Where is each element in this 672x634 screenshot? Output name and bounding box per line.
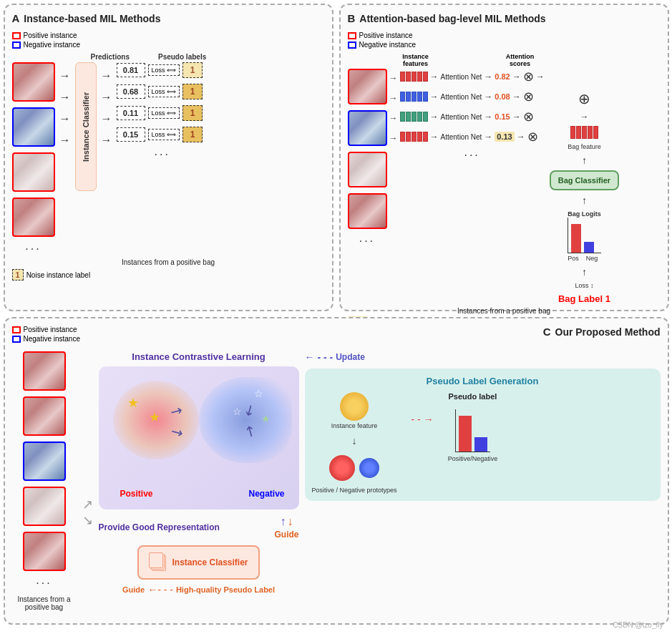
star-neg-2: ☆ [233, 406, 242, 417]
panel-c-legend: Positive instance Negative instance [12, 326, 81, 343]
noise-label: Noise instance label [26, 271, 91, 279]
attn-net-3: Attention Net [441, 113, 482, 121]
prototypes-label: Positive / Negative prototypes [312, 487, 397, 494]
guide-label: Guide [274, 530, 298, 540]
instance-feature-circle [340, 392, 369, 421]
p-bar-neg [474, 437, 487, 452]
up-arrow: ↑ [582, 155, 587, 166]
histo-img-4 [12, 197, 55, 237]
p-bar-pos [459, 416, 472, 452]
panel-a-legend: Positive instance Negative instance [12, 31, 325, 49]
pred-dots: ··· [122, 148, 203, 161]
b-histo-3 [348, 152, 387, 187]
attn-arrow-4: → [484, 132, 492, 142]
mult-2: ⊗ [523, 89, 534, 104]
bottom-instances-col: ··· Instances from a positive bag [12, 351, 77, 630]
bar-label-neg: Neg [586, 255, 598, 262]
attn-score-1: 0.82 [495, 72, 510, 81]
bag-classifier-box: Bag Classifier [550, 170, 619, 190]
negative-blob [199, 377, 292, 463]
pseudo-gen-title: Pseudo Label Generation [312, 376, 653, 386]
b-feat-dots: ··· [400, 149, 545, 162]
c-histo-5 [23, 532, 66, 571]
feat-rr3 [412, 132, 417, 142]
bag-feature-label: Bag feature [568, 143, 601, 150]
attn-score-4: 0.13 [495, 132, 514, 142]
feat-b3 [412, 92, 417, 102]
feat-stack-1 [400, 72, 428, 82]
noise-legend-a: 1 Noise instance label [12, 269, 325, 281]
panel-b-legend: Positive instance Negative instance [348, 31, 661, 49]
good-rep-label: Provide Good Representation [99, 522, 220, 532]
b-legend-negative-box [348, 42, 356, 49]
b-arrow-2: → [389, 93, 398, 103]
c-legend-pos: Positive instance [24, 326, 77, 333]
col-pseudo: Pseudo labels [158, 53, 206, 61]
star-neg-1: ☆ [254, 388, 263, 399]
legend-positive-label: Positive instance [24, 31, 77, 39]
contrastive-panel: ★ ★ ☆ ☆ ★ ↗ ↘ ↗ ↘ Positive Negative [99, 366, 299, 509]
bag-logits-label: Bag Logits [568, 210, 601, 218]
blob-neg-label: Negative [248, 489, 284, 499]
pred-4: 0.15 [117, 127, 145, 142]
bag-feature [570, 126, 598, 139]
b-arrow-3: → [389, 113, 398, 123]
feat-rr2 [406, 132, 411, 142]
up-arrow-2: ↑ [582, 195, 587, 206]
feat-r2 [406, 72, 411, 82]
attn-net-1: Attention Net [441, 73, 482, 81]
attn-score-2: 0.08 [495, 92, 510, 101]
col-attention-scores: Attentionscores [502, 53, 538, 67]
if-down-arrow: ↓ [352, 435, 357, 447]
panel-a: A Instance-based MIL Methods Positive in… [4, 4, 333, 311]
instance-classifier-bottom: Instance Classifier [137, 545, 259, 580]
b-histo-4 [348, 193, 387, 229]
pseudo-label-title: Pseudo label [449, 392, 497, 401]
col-instance-features: Instancefeatures [398, 53, 434, 67]
attn-arrow-1: → [484, 72, 492, 82]
arrow-to-mult-1: → [512, 72, 521, 82]
star-pos-2: ★ [149, 409, 160, 425]
c-histo-2 [23, 396, 66, 436]
star-pos-1: ★ [127, 395, 139, 411]
up-arr-blue: ↑ [280, 515, 286, 528]
bag-label-1: Bag Label 1 [558, 293, 610, 304]
panel-c: Positive instance Negative instance C Ou… [4, 317, 669, 625]
instances-caption-c: Instances from a positive bag [12, 595, 77, 611]
c-histo-3 [23, 442, 66, 481]
panel-c-letter: C [543, 326, 551, 338]
pred-3: 0.11 [117, 106, 145, 120]
c-diagonal-arrows: ↗↘ [82, 497, 93, 528]
contrastive-section: Instance Contrastive Learning ★ ★ ☆ ☆ ★ … [99, 351, 299, 630]
oplus-symbol: ⊕ [578, 91, 590, 107]
arrow-to-mult-2: → [512, 92, 521, 102]
loss-label-b: Loss ↕ [575, 282, 593, 289]
up-arrow-3: ↑ [582, 266, 587, 278]
b-legend-positive: Positive instance [359, 31, 413, 39]
feat-rr4 [417, 132, 422, 142]
feat-arrow-1: → [430, 72, 439, 82]
arrow-3: → [59, 112, 71, 125]
high-quality-label: High-quality Pseudo Label [176, 585, 275, 594]
legend-negative-box [12, 42, 21, 49]
panel-b-letter: B [348, 12, 356, 24]
feat-b1 [400, 92, 405, 102]
col-predictions: Predictions [91, 53, 130, 61]
panel-b-title: Attention-based bag-level MIL Methods [359, 13, 545, 24]
c-instances-dots: ··· [36, 577, 52, 590]
panel-b: B Attention-based bag-level MIL Methods … [339, 4, 669, 311]
pseudo-2: 1 [182, 84, 203, 99]
arrow-r-2: → [101, 91, 112, 104]
c-arrow-col: ↗↘ [82, 394, 93, 630]
main-container: A Instance-based MIL Methods Positive in… [4, 4, 669, 630]
c-legend-neg: Negative instance [24, 335, 81, 343]
arrow-r-1: → [101, 69, 112, 82]
instances-caption-b: Instances from a positive bag [348, 307, 661, 315]
mult-arrow-1: → [536, 72, 545, 82]
b-arrow-4: → [389, 133, 398, 143]
pseudo-1: 1 [182, 62, 203, 78]
down-arr-orange: ↓ [287, 515, 293, 528]
pseudo-bar-chart [455, 409, 490, 452]
prototype-red [329, 455, 355, 481]
watermark: CSDN @tzo_fly [613, 621, 663, 629]
